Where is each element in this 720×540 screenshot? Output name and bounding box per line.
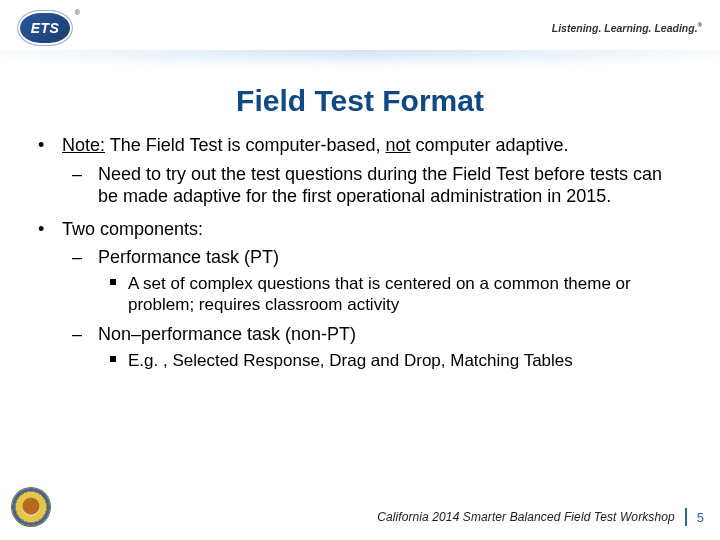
square-text: E.g. , Selected Response, Drag and Drop,…	[128, 351, 573, 370]
page-number: 5	[697, 510, 704, 525]
bullet-item: Note: The Field Test is computer-based, …	[34, 134, 686, 208]
ets-logo-text: ETS	[31, 20, 60, 36]
square-item: A set of complex questions that is cente…	[98, 273, 686, 316]
dash-text: Performance task (PT)	[98, 247, 279, 267]
square-item: E.g. , Selected Response, Drag and Drop,…	[98, 350, 686, 371]
dash-text: Non–performance task (non-PT)	[98, 324, 356, 344]
square-text: A set of complex questions that is cente…	[128, 274, 631, 314]
slide-title: Field Test Format	[0, 84, 720, 118]
slide-footer: California 2014 Smarter Balanced Field T…	[377, 508, 704, 526]
bullet-item: Two components: Performance task (PT) A …	[34, 218, 686, 371]
slide-body: Note: The Field Test is computer-based, …	[0, 118, 720, 371]
dash-item: Performance task (PT) A set of complex q…	[62, 246, 686, 315]
footer-divider	[685, 508, 687, 526]
dash-item: Non–performance task (non-PT) E.g. , Sel…	[62, 323, 686, 371]
ets-logo-icon: ETS	[18, 11, 72, 45]
header-tagline: Listening. Learning. Leading.	[552, 22, 702, 34]
dash-text: Need to try out the test questions durin…	[98, 164, 662, 207]
bullet-text: Two components:	[62, 219, 203, 239]
header-gradient-band	[0, 50, 720, 76]
footer-text: California 2014 Smarter Balanced Field T…	[377, 510, 675, 524]
slide-header: ETS Listening. Learning. Leading.	[0, 0, 720, 56]
dash-item: Need to try out the test questions durin…	[62, 163, 686, 208]
bullet-text: Note: The Field Test is computer-based, …	[62, 135, 569, 155]
state-seal-icon	[12, 488, 50, 526]
